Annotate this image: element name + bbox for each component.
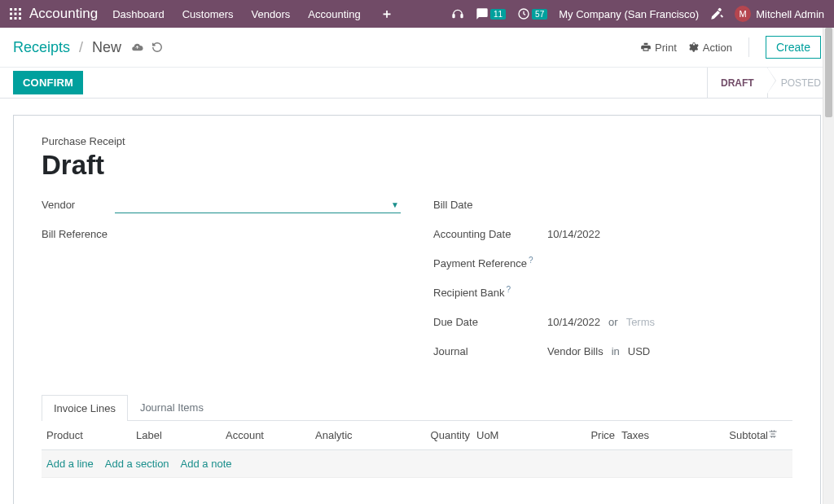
- confirm-button[interactable]: CONFIRM: [13, 71, 83, 94]
- breadcrumb-root[interactable]: Receipts: [13, 39, 70, 55]
- journal-label: Journal: [433, 345, 547, 357]
- help-icon[interactable]: ?: [529, 256, 533, 265]
- bill-reference-label: Bill Reference: [42, 228, 108, 240]
- avatar: M: [735, 6, 751, 22]
- new-icon[interactable]: ＋: [380, 6, 393, 23]
- cloud-save-icon[interactable]: [131, 42, 143, 54]
- action-button[interactable]: Action: [688, 42, 732, 54]
- menu-dashboard[interactable]: Dashboard: [112, 8, 165, 20]
- breadcrumb-sep: /: [79, 39, 83, 55]
- print-button[interactable]: Print: [640, 42, 677, 54]
- col-product: Product: [46, 429, 136, 441]
- terms-placeholder[interactable]: Terms: [626, 316, 655, 328]
- svg-rect-5: [19, 13, 21, 15]
- column-options-icon[interactable]: [768, 429, 788, 441]
- in-text: in: [612, 345, 620, 357]
- create-button[interactable]: Create: [766, 36, 821, 59]
- activity-badge: 57: [532, 9, 547, 20]
- payment-reference-label: Payment Reference?: [433, 256, 547, 270]
- add-note-link[interactable]: Add a note: [181, 458, 232, 470]
- breadcrumb-current: New: [92, 39, 121, 55]
- company-selector[interactable]: My Company (San Francisco): [559, 8, 699, 20]
- status-draft[interactable]: DRAFT: [707, 68, 767, 98]
- col-taxes: Taxes: [615, 429, 703, 441]
- svg-rect-10: [461, 15, 463, 18]
- app-brand[interactable]: Accounting: [29, 6, 98, 22]
- apps-icon[interactable]: [10, 8, 21, 20]
- svg-rect-4: [15, 13, 17, 15]
- vertical-scrollbar[interactable]: [823, 28, 834, 504]
- debug-icon[interactable]: [710, 7, 723, 20]
- accounting-date-label: Accounting Date: [433, 228, 547, 240]
- col-label: Label: [136, 429, 226, 441]
- col-account: Account: [226, 429, 315, 441]
- menu-customers[interactable]: Customers: [182, 8, 234, 20]
- svg-rect-7: [15, 17, 17, 20]
- support-icon[interactable]: [451, 7, 464, 20]
- col-subtotal: Subtotal: [703, 429, 768, 441]
- due-date-label: Due Date: [433, 316, 547, 328]
- add-section-link[interactable]: Add a section: [105, 458, 169, 470]
- table-row: [42, 478, 792, 504]
- due-date-value[interactable]: 10/14/2022: [547, 316, 600, 328]
- messages-badge: 11: [490, 9, 506, 20]
- journal-value[interactable]: Vendor Bills: [547, 345, 604, 357]
- recipient-bank-label: Recipient Bank?: [433, 285, 547, 299]
- svg-rect-0: [10, 8, 12, 11]
- col-quantity: Quantity: [421, 429, 470, 441]
- messages-icon[interactable]: 11: [476, 7, 506, 20]
- discard-icon[interactable]: [151, 42, 163, 54]
- or-text: or: [608, 316, 618, 328]
- col-price: Price: [558, 429, 615, 441]
- svg-rect-6: [10, 17, 12, 20]
- svg-rect-9: [453, 15, 454, 18]
- activity-icon[interactable]: 57: [517, 7, 547, 20]
- svg-rect-3: [10, 13, 12, 15]
- user-menu[interactable]: M Mitchell Admin: [735, 6, 824, 22]
- sheet-title-label: Purchase Receipt: [42, 135, 792, 147]
- user-name: Mitchell Admin: [756, 8, 824, 20]
- tab-invoice-lines[interactable]: Invoice Lines: [42, 395, 128, 421]
- help-icon[interactable]: ?: [506, 285, 511, 294]
- bill-date-label: Bill Date: [433, 199, 547, 211]
- vendor-input[interactable]: [115, 195, 401, 213]
- currency-value[interactable]: USD: [628, 345, 650, 357]
- add-line-link[interactable]: Add a line: [46, 458, 94, 470]
- scrollbar-thumb[interactable]: [825, 28, 832, 117]
- svg-rect-2: [19, 8, 21, 11]
- tab-journal-items[interactable]: Journal Items: [128, 394, 216, 420]
- dropdown-caret-icon[interactable]: ▼: [391, 200, 399, 209]
- vendor-label: Vendor: [42, 199, 115, 211]
- svg-rect-1: [15, 8, 17, 11]
- menu-vendors[interactable]: Vendors: [252, 8, 291, 20]
- svg-rect-8: [19, 17, 21, 20]
- col-uom: UoM: [470, 429, 558, 441]
- accounting-date-value[interactable]: 10/14/2022: [547, 228, 600, 240]
- sheet-title: Draft: [42, 150, 792, 181]
- col-analytic: Analytic: [315, 429, 421, 441]
- menu-accounting[interactable]: Accounting: [308, 8, 360, 20]
